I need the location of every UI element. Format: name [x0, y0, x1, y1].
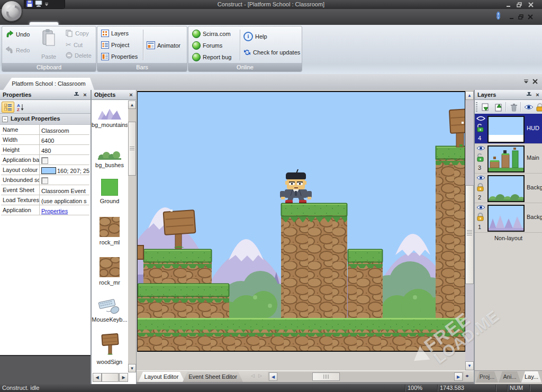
prop-row-load-textures[interactable]: Load Textures(use application s — [1, 195, 89, 205]
objects-scroll-up-icon[interactable]: ▲ — [128, 101, 136, 109]
layer-hud-visibility-icon[interactable] — [476, 115, 485, 123]
tab-scroll-left-icon[interactable]: ◁ — [251, 373, 255, 378]
layers-bar-button[interactable]: Layers — [101, 30, 129, 37]
layer-row-background-bushes[interactable]: 2 Backgro — [475, 173, 542, 203]
canvas-vscroll-thumb[interactable] — [465, 185, 474, 284]
objects-scroll-left-icon[interactable]: ◀ — [93, 373, 102, 382]
delete-button[interactable]: Delete — [66, 52, 92, 59]
scirra-link-button[interactable]: Scirra.com — [192, 30, 231, 38]
layer-bg1-lock-icon[interactable] — [476, 213, 485, 220]
object-item-bg-mountains[interactable]: bg_mountains — [97, 105, 122, 122]
document-tab-classroom[interactable]: Platform School : Classroom — [3, 78, 94, 90]
object-item-bg-bushes[interactable]: bg_bushes — [98, 149, 121, 161]
copy-button[interactable]: Copy — [66, 30, 89, 37]
qat-customize-chevron-icon[interactable] — [44, 1, 49, 7]
unbounded-scrolling-checkbox[interactable] — [41, 177, 48, 184]
application-properties-link[interactable]: Properties — [41, 208, 68, 214]
categorized-view-button[interactable] — [2, 102, 14, 113]
layer-hud-thumbnail[interactable] — [487, 116, 525, 143]
save-icon[interactable] — [26, 1, 33, 8]
tab-layers-bar[interactable]: Lay... — [521, 371, 541, 382]
layer-row-hud[interactable]: 4 HUD — [475, 114, 542, 144]
mdi-restore-button[interactable] — [518, 14, 524, 21]
toggle-visibility-button[interactable] — [522, 102, 535, 113]
layer-main-visibility-icon[interactable] — [476, 145, 485, 152]
check-for-updates-button[interactable]: Check for updates — [243, 49, 300, 56]
restore-button[interactable] — [515, 1, 524, 8]
objects-close-icon[interactable]: × — [128, 92, 134, 98]
layer-hud-lock-icon[interactable] — [476, 124, 485, 131]
objects-scroll-right-icon[interactable]: ▶ — [119, 373, 128, 382]
objects-vertical-scrollbar[interactable]: ▲ ▼ — [128, 101, 136, 372]
paste-button[interactable]: Paste — [37, 29, 60, 60]
layer-bg1-visibility-icon[interactable] — [476, 204, 485, 212]
layout-properties-group[interactable]: − Layout Properties — [0, 114, 91, 125]
canvas-scroll-up-icon[interactable]: ▲ — [465, 91, 474, 100]
application-background-checkbox[interactable] — [41, 157, 48, 164]
prop-row-application-background[interactable]: Application ba — [1, 155, 89, 165]
object-item-mousekeyboard[interactable]: MouseKeyb... — [98, 297, 121, 315]
layer-bg1-thumbnail[interactable] — [487, 205, 525, 232]
objects-horizontal-scrollbar[interactable]: ◀ ▶ — [93, 373, 128, 382]
close-button[interactable] — [526, 1, 535, 8]
properties-close-icon[interactable]: × — [82, 92, 88, 98]
objects-scroll-down-icon[interactable]: ▼ — [128, 364, 136, 372]
properties-pin-icon[interactable] — [73, 92, 80, 98]
object-item-rock-ml[interactable]: rock_ml — [100, 217, 120, 238]
properties-bar-button[interactable]: Properties — [101, 53, 138, 60]
prop-row-name[interactable]: NameClassroom — [1, 125, 89, 135]
layers-close-icon[interactable]: × — [534, 92, 541, 98]
doc-close-icon[interactable] — [532, 79, 538, 85]
prop-row-width[interactable]: Width6400 — [1, 135, 89, 145]
canvas-scroll-right-icon[interactable]: ▶ — [454, 372, 463, 381]
delete-layer-button[interactable] — [508, 102, 520, 113]
layer-bg2-lock-icon[interactable] — [476, 183, 485, 190]
tab-event-sheet-editor[interactable]: Event Sheet Editor — [183, 372, 243, 382]
object-item-rock-mr[interactable]: rock_mr — [100, 257, 120, 278]
preview-monitor-icon[interactable] — [35, 1, 42, 8]
prop-row-unbounded-scrolling[interactable]: Unbounded sc — [1, 175, 89, 185]
canvas-scroll-down-icon[interactable]: ▼ — [465, 361, 474, 370]
project-bar-button[interactable]: Project — [101, 41, 129, 49]
objects-scroll-thumb[interactable] — [128, 122, 136, 176]
report-bug-button[interactable]: Report bug — [192, 53, 231, 61]
canvas-hscroll-thumb[interactable] — [312, 372, 340, 381]
object-item-woodsign[interactable]: woodSign — [101, 332, 120, 359]
cut-button[interactable]: ✂ Cut — [66, 41, 83, 49]
collapse-minus-icon[interactable]: − — [2, 116, 8, 122]
minimize-button[interactable] — [504, 1, 513, 8]
mdi-close-button[interactable] — [528, 14, 533, 21]
prop-row-application[interactable]: ApplicationProperties — [1, 205, 89, 215]
doc-list-chevron-icon[interactable] — [523, 78, 529, 86]
canvas-vertical-scrollbar[interactable]: ▲ ▼ — [465, 91, 474, 370]
tab-layout-editor[interactable]: Layout Editor — [138, 372, 185, 382]
splitter-handle-icon[interactable]: ◂▸ — [465, 373, 468, 378]
application-menu-orb[interactable] — [1, 1, 22, 22]
canvas-horizontal-scrollbar[interactable]: ◀ ▶ — [268, 372, 464, 381]
layer-row-main[interactable]: 3 Main — [475, 143, 542, 174]
layer-bg2-visibility-icon[interactable] — [476, 175, 485, 182]
layer-main-lock-icon[interactable] — [476, 153, 485, 161]
canvas-scroll-left-icon[interactable]: ◀ — [269, 372, 277, 381]
forums-link-button[interactable]: Forums — [192, 41, 222, 50]
alphabetical-sort-button[interactable]: AZ — [14, 102, 27, 113]
tab-animator-bar[interactable]: Ani... — [499, 371, 521, 382]
add-layer-above-button[interactable] — [492, 102, 505, 113]
prop-row-event-sheet[interactable]: Event SheetClassroom Event — [1, 185, 89, 195]
redo-button[interactable]: Redo — [5, 47, 30, 54]
layout-colour-swatch[interactable] — [41, 167, 56, 174]
layer-row-background-mountains[interactable]: 1 Backgro — [475, 203, 542, 233]
layers-pin-icon[interactable] — [526, 92, 532, 98]
prop-row-layout-colour[interactable]: Layout colour160; 207; 25 — [1, 165, 89, 175]
about-info-icon[interactable]: i — [496, 12, 500, 20]
tab-scroll-right-icon[interactable]: ▷ — [258, 373, 262, 378]
object-item-ground[interactable]: Ground — [101, 179, 118, 197]
help-button[interactable]: iHelp — [243, 32, 267, 41]
undo-button[interactable]: Undo — [5, 31, 30, 38]
toggle-lock-button[interactable] — [535, 102, 542, 113]
layer-main-thumbnail[interactable] — [487, 145, 525, 172]
animator-bar-button[interactable]: Animator — [147, 41, 180, 49]
tab-project-bar[interactable]: Proj... — [476, 371, 498, 382]
mdi-minimize-button[interactable] — [509, 14, 514, 21]
objects-hscroll-thumb[interactable] — [102, 373, 119, 382]
